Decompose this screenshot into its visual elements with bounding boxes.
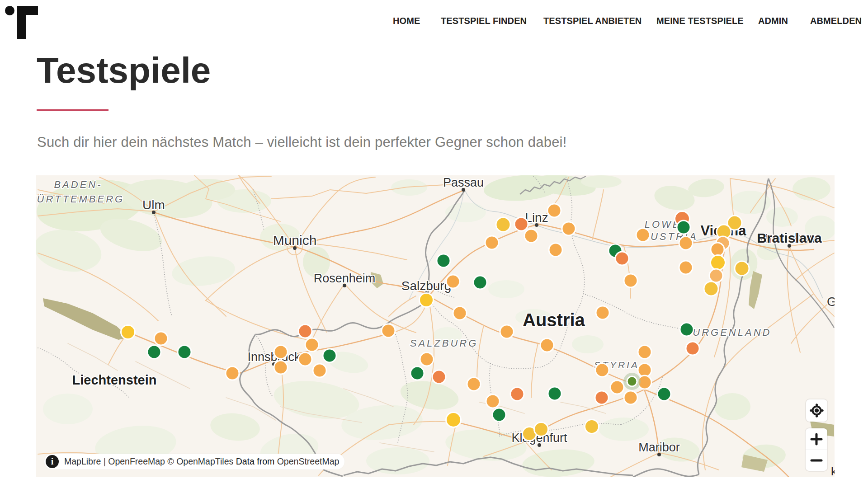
- svg-text:BURGENLAND: BURGENLAND: [684, 327, 772, 338]
- svg-text:SALZBURG: SALZBURG: [410, 338, 478, 349]
- svg-text:Maribor: Maribor: [638, 441, 680, 454]
- svg-text:WÜRTTEMBERG: WÜRTTEMBERG: [36, 193, 124, 205]
- svg-text:Munich: Munich: [273, 233, 317, 248]
- svg-text:Ulm: Ulm: [142, 198, 165, 212]
- svg-text:Rosenheim: Rosenheim: [314, 272, 376, 285]
- svg-text:Salzburg: Salzburg: [401, 279, 452, 293]
- svg-text:Passau: Passau: [443, 176, 484, 189]
- svg-text:Austria: Austria: [523, 310, 585, 330]
- svg-text:km: km: [831, 465, 835, 477]
- svg-text:BADEN-: BADEN-: [54, 179, 102, 190]
- svg-text:Bratislava: Bratislava: [757, 230, 822, 245]
- svg-text:Gy: Gy: [827, 295, 835, 309]
- svg-text:Liechtenstein: Liechtenstein: [72, 373, 157, 387]
